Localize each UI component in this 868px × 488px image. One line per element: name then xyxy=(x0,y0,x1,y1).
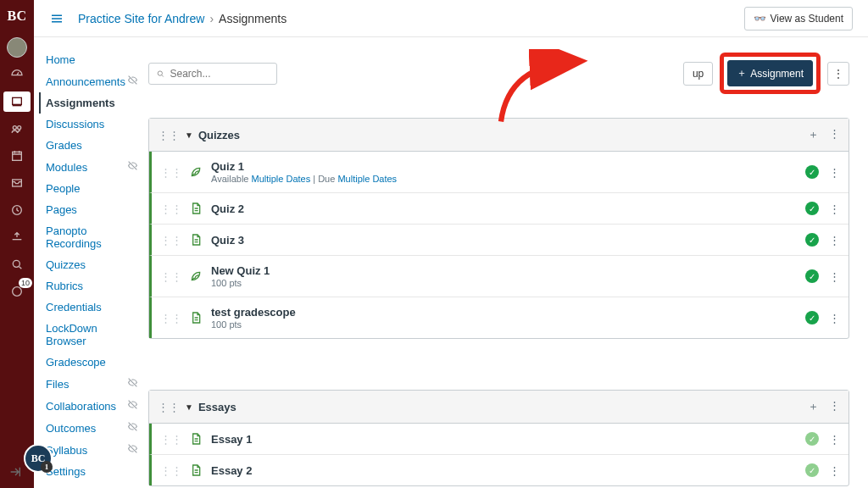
toolbar-kebab[interactable]: ⋮ xyxy=(827,62,849,86)
sidenav-label: Modules xyxy=(46,161,87,174)
sidenav-item-assignments[interactable]: Assignments xyxy=(39,92,142,114)
group-header[interactable]: ⋮⋮▼Quizzes＋⋮ xyxy=(149,119,849,152)
hidden-icon xyxy=(127,399,138,413)
search-input[interactable] xyxy=(170,68,270,80)
drag-handle-icon[interactable]: ⋮⋮ xyxy=(160,312,182,324)
published-status-icon[interactable]: ✓ xyxy=(805,233,819,247)
drag-handle-icon[interactable]: ⋮⋮ xyxy=(158,401,180,413)
drag-handle-icon[interactable]: ⋮⋮ xyxy=(160,433,182,446)
published-status-icon[interactable]: ✓ xyxy=(805,269,819,283)
sidenav-item-home[interactable]: Home xyxy=(42,49,142,70)
breadcrumb-current: Assignments xyxy=(219,12,287,25)
assignment-row[interactable]: ⋮⋮Essay 2✓⋮ xyxy=(149,454,849,485)
row-kebab-icon[interactable]: ⋮ xyxy=(829,312,840,324)
row-kebab-icon[interactable]: ⋮ xyxy=(829,234,840,247)
row-body: test gradescope100 pts xyxy=(211,306,805,330)
courses-icon[interactable] xyxy=(3,92,31,112)
sidenav-item-quizzes[interactable]: Quizzes xyxy=(42,254,142,275)
svg-point-8 xyxy=(158,70,162,75)
sidenav-item-settings[interactable]: Settings xyxy=(42,461,142,482)
sidenav-item-rubrics[interactable]: Rubrics xyxy=(42,275,142,297)
drag-handle-icon[interactable]: ⋮⋮ xyxy=(160,202,182,215)
sidenav-item-modules[interactable]: Modules xyxy=(42,156,142,178)
expand-nav-icon[interactable] xyxy=(8,465,22,481)
assignment-row[interactable]: ⋮⋮New Quiz 1100 pts✓⋮ xyxy=(149,255,849,297)
sidenav-item-pages[interactable]: Pages xyxy=(42,199,142,220)
published-status-icon[interactable]: ✓ xyxy=(805,311,819,324)
add-assignment-button[interactable]: ＋ Assignment xyxy=(727,60,813,86)
row-body: New Quiz 1100 pts xyxy=(211,264,805,288)
svg-rect-0 xyxy=(13,97,22,104)
commons-icon[interactable] xyxy=(3,227,31,247)
inbox-icon[interactable] xyxy=(3,173,31,193)
sidenav-item-gradescope[interactable]: Gradescope xyxy=(42,352,142,373)
bubble-badge: 1 xyxy=(41,461,53,473)
assignment-row[interactable]: ⋮⋮Quiz 1Available Multiple Dates | Due M… xyxy=(149,152,849,192)
hidden-icon xyxy=(127,421,138,435)
add-group-button[interactable]: up xyxy=(683,62,713,86)
drag-handle-icon[interactable]: ⋮⋮ xyxy=(160,270,182,283)
sidenav-label: Credentials xyxy=(46,301,102,313)
sidenav-item-announcements[interactable]: Announcements xyxy=(42,70,142,92)
caret-down-icon[interactable]: ▼ xyxy=(185,402,193,412)
sidenav-item-lockdown-browser[interactable]: LockDown Browser xyxy=(42,318,142,352)
assignment-meta: 100 pts xyxy=(211,319,805,330)
help-icon[interactable] xyxy=(3,254,31,274)
row-body: Essay 2 xyxy=(211,464,805,477)
sidenav-label: Collaborations xyxy=(46,400,116,413)
row-kebab-icon[interactable]: ⋮ xyxy=(829,270,840,283)
history-icon[interactable] xyxy=(3,200,31,220)
site-logo[interactable]: BC xyxy=(7,3,26,29)
group-btn-label: up xyxy=(693,68,704,80)
help-bubble[interactable]: BC 1 xyxy=(24,444,53,473)
published-status-icon[interactable]: ✓ xyxy=(805,202,819,215)
sidenav-item-grades[interactable]: Grades xyxy=(42,135,142,156)
assignment-row[interactable]: ⋮⋮Quiz 2✓⋮ xyxy=(149,192,849,224)
sidenav-item-outcomes[interactable]: Outcomes xyxy=(42,417,142,439)
sidenav-item-credentials[interactable]: Credentials xyxy=(42,297,142,318)
sidenav-item-discussions[interactable]: Discussions xyxy=(42,114,142,135)
group-add-icon[interactable]: ＋ xyxy=(808,399,819,414)
sidenav-item-syllabus[interactable]: Syllabus xyxy=(42,439,142,461)
row-kebab-icon[interactable]: ⋮ xyxy=(829,202,840,215)
account-avatar[interactable] xyxy=(7,37,27,58)
view-as-student-button[interactable]: 👓 View as Student xyxy=(744,7,853,30)
plus-icon: ＋ xyxy=(737,66,747,80)
breadcrumb-sep: › xyxy=(209,12,214,25)
sidenav-item-collaborations[interactable]: Collaborations xyxy=(42,395,142,417)
assignment-row[interactable]: ⋮⋮test gradescope100 pts✓⋮ xyxy=(149,297,849,338)
rocket-icon xyxy=(189,269,203,283)
sidenav-item-people[interactable]: People xyxy=(42,178,142,199)
row-kebab-icon[interactable]: ⋮ xyxy=(829,166,840,179)
hamburger-icon[interactable] xyxy=(49,11,64,26)
sidenav-item-files[interactable]: Files xyxy=(42,373,142,395)
groups-icon[interactable] xyxy=(3,119,31,139)
group-kebab-icon[interactable]: ⋮ xyxy=(829,399,840,414)
folio-icon[interactable]: 10 xyxy=(3,281,31,302)
assignment-title: Essay 1 xyxy=(211,433,805,446)
breadcrumb-course[interactable]: Practice Site for Andrew xyxy=(78,12,204,25)
calendar-icon[interactable] xyxy=(3,146,31,166)
group-kebab-icon[interactable]: ⋮ xyxy=(829,127,840,142)
assignment-row[interactable]: ⋮⋮Essay 1✓⋮ xyxy=(149,424,849,454)
drag-handle-icon[interactable]: ⋮⋮ xyxy=(160,464,182,477)
sidenav-item-panopto-recordings[interactable]: Panopto Recordings xyxy=(42,220,142,254)
assignment-row[interactable]: ⋮⋮Quiz 3✓⋮ xyxy=(149,224,849,255)
sidenav-label: People xyxy=(46,182,80,195)
published-status-icon[interactable]: ✓ xyxy=(805,463,819,477)
drag-handle-icon[interactable]: ⋮⋮ xyxy=(160,234,182,247)
dashboard-icon[interactable] xyxy=(3,64,31,85)
row-kebab-icon[interactable]: ⋮ xyxy=(829,433,840,446)
published-status-icon[interactable]: ✓ xyxy=(805,432,819,446)
drag-handle-icon[interactable]: ⋮⋮ xyxy=(158,129,180,141)
drag-handle-icon[interactable]: ⋮⋮ xyxy=(160,166,182,179)
published-status-icon[interactable]: ✓ xyxy=(805,165,819,179)
row-body: Quiz 2 xyxy=(211,202,805,215)
row-kebab-icon[interactable]: ⋮ xyxy=(829,464,840,477)
sidenav-label: Files xyxy=(46,378,69,391)
doc-icon xyxy=(189,202,203,215)
caret-down-icon[interactable]: ▼ xyxy=(185,130,193,140)
group-header[interactable]: ⋮⋮▼Essays＋⋮ xyxy=(149,391,849,424)
search-box[interactable] xyxy=(148,63,277,85)
group-add-icon[interactable]: ＋ xyxy=(808,127,819,142)
